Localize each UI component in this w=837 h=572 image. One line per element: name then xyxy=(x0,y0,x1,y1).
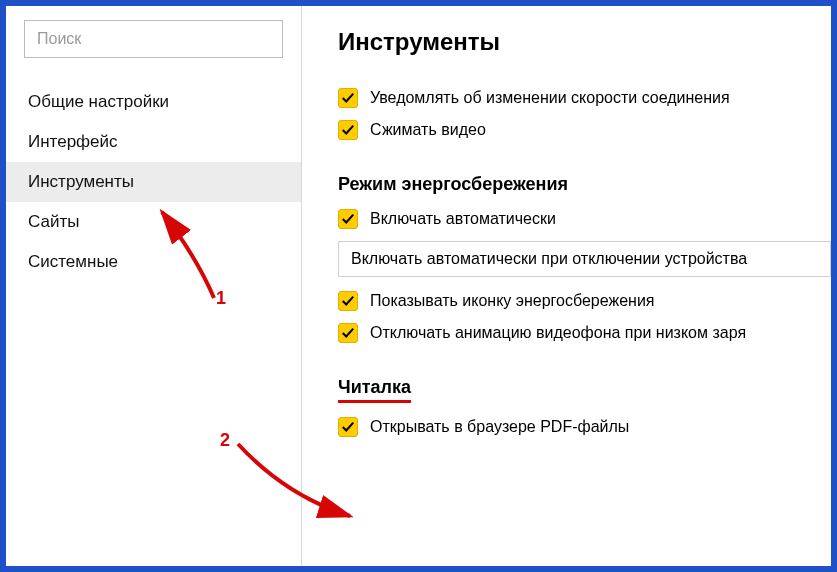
page-title: Инструменты xyxy=(338,28,831,56)
opt-label-open-pdf: Открывать в браузере PDF-файлы xyxy=(370,418,629,436)
section-power: Режим энергосбережения Включать автомати… xyxy=(338,174,831,343)
section-reader: Читалка Открывать в браузере PDF-файлы xyxy=(338,377,831,437)
opt-label-power-auto: Включать автоматически xyxy=(370,210,556,228)
check-icon xyxy=(341,294,355,308)
checkbox-disable-anim[interactable] xyxy=(338,323,358,343)
settings-main: Инструменты Уведомлять об изменении скор… xyxy=(302,6,831,566)
opt-label-notify-speed: Уведомлять об изменении скорости соедине… xyxy=(370,89,730,107)
check-icon xyxy=(341,212,355,226)
check-icon xyxy=(341,420,355,434)
sidebar-item-general[interactable]: Общие настройки xyxy=(6,82,301,122)
checkbox-notify-speed[interactable] xyxy=(338,88,358,108)
checkbox-show-power-icon[interactable] xyxy=(338,291,358,311)
section-title-power: Режим энергосбережения xyxy=(338,174,831,195)
settings-nav: Общие настройки Интерфейс Инструменты Са… xyxy=(6,82,301,282)
opt-label-disable-anim: Отключать анимацию видеофона при низком … xyxy=(370,324,746,342)
check-icon xyxy=(341,123,355,137)
checkbox-power-auto[interactable] xyxy=(338,209,358,229)
section-top: Уведомлять об изменении скорости соедине… xyxy=(338,88,831,140)
check-icon xyxy=(341,91,355,105)
sidebar-item-tools[interactable]: Инструменты xyxy=(6,162,301,202)
opt-label-compress-video: Сжимать видео xyxy=(370,121,486,139)
sidebar-item-sites[interactable]: Сайты xyxy=(6,202,301,242)
checkbox-compress-video[interactable] xyxy=(338,120,358,140)
settings-sidebar: Общие настройки Интерфейс Инструменты Са… xyxy=(6,6,302,566)
sidebar-item-interface[interactable]: Интерфейс xyxy=(6,122,301,162)
search-input[interactable] xyxy=(24,20,283,58)
check-icon xyxy=(341,326,355,340)
sidebar-item-system[interactable]: Системные xyxy=(6,242,301,282)
power-mode-select[interactable]: Включать автоматически при отключении ус… xyxy=(338,241,831,277)
checkbox-open-pdf[interactable] xyxy=(338,417,358,437)
opt-label-show-power-icon: Показывать иконку энергосбережения xyxy=(370,292,654,310)
section-title-reader: Читалка xyxy=(338,377,831,403)
